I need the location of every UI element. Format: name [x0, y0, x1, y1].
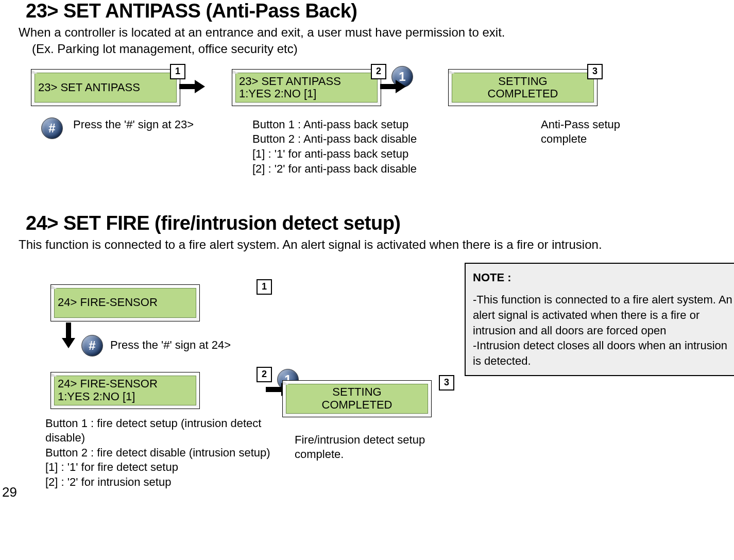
lcd-screen: 24> FIRE-SENSOR 1:YES 2:NO [1] — [54, 376, 196, 405]
s23-step3: SETTING COMPLETED 3 — [448, 69, 598, 106]
lcd-line: SETTING — [498, 75, 547, 88]
note-body: -This function is connected to a fire al… — [473, 292, 734, 368]
s23-step1-caption: Press the '#' sign at 23> — [73, 117, 194, 132]
s24-step3-caption: Fire/intrusion detect setup complete. — [295, 433, 449, 462]
svg-marker-1 — [380, 80, 406, 93]
keypad-hash-icon: # — [41, 117, 63, 139]
lcd-frame: SETTING COMPLETED — [282, 380, 432, 417]
s23-step2-caption: Button 1 : Anti-pass back setup Button 2… — [252, 117, 458, 176]
s23-step3-caption: Anti-Pass setup complete — [541, 117, 654, 176]
lcd-screen: 24> FIRE-SENSOR — [54, 288, 196, 318]
lcd-line: 1:YES 2:NO [1] — [239, 88, 316, 100]
section24-intro: This function is connected to a fire ale… — [19, 236, 724, 253]
s24-step2: 24> FIRE-SENSOR 1:YES 2:NO [1] 2 1 — [50, 372, 267, 409]
keypad-hash-icon: # — [81, 335, 103, 357]
lcd-screen: SETTING COMPLETED — [286, 384, 428, 414]
lcd-line: SETTING — [332, 386, 381, 398]
step-number-badge: 2 — [257, 367, 272, 382]
note-title: NOTE : — [473, 270, 734, 285]
s23-step1: 23> SET ANTIPASS 1 — [31, 69, 180, 106]
s23-step2: 23> SET ANTIPASS 1:YES 2:NO [1] 2 1 — [232, 69, 381, 106]
lcd-line: 23> SET ANTIPASS — [239, 75, 341, 88]
s24-step2-caption: Button 1 : fire detect setup (intrusion … — [45, 416, 277, 490]
arrow-down-icon — [61, 323, 76, 350]
lcd-line: 24> FIRE-SENSOR — [58, 378, 158, 390]
lcd-frame: SETTING COMPLETED — [448, 69, 598, 106]
note-box: NOTE : -This function is connected to a … — [465, 263, 734, 376]
section23-intro-line2: (Ex. Parking lot management, office secu… — [32, 41, 724, 57]
lcd-frame: 23> SET ANTIPASS 1:YES 2:NO [1] — [232, 69, 381, 106]
lcd-line: COMPLETED — [322, 399, 392, 411]
svg-marker-0 — [179, 80, 205, 93]
step-number-badge: 2 — [371, 64, 386, 79]
section23-title: 23> SET ANTIPASS (Anti-Pass Back) — [26, 0, 724, 22]
lcd-frame: 24> FIRE-SENSOR 1:YES 2:NO [1] — [50, 372, 200, 409]
svg-marker-2 — [62, 323, 75, 348]
step-number-badge: 3 — [439, 375, 454, 391]
section23-intro-line1: When a controller is located at an entra… — [19, 24, 724, 41]
lcd-line: COMPLETED — [488, 88, 558, 100]
s24-step3: SETTING COMPLETED 3 — [282, 380, 449, 417]
s24-step1: 24> FIRE-SENSOR 1 — [50, 284, 267, 321]
lcd-frame: 24> FIRE-SENSOR — [50, 284, 200, 321]
step-number-badge: 1 — [170, 64, 185, 79]
lcd-frame: 23> SET ANTIPASS — [31, 69, 180, 106]
lcd-line: 1:YES 2:NO [1] — [58, 391, 135, 403]
s24-step1-caption: Press the '#' sign at 24> — [110, 338, 231, 353]
arrow-right-icon — [179, 79, 205, 96]
arrow-right-icon — [380, 79, 406, 96]
lcd-screen: SETTING COMPLETED — [452, 73, 594, 103]
page-number: 29 — [2, 484, 17, 500]
step-number-badge: 1 — [257, 279, 272, 295]
step-number-badge: 3 — [587, 64, 603, 79]
lcd-screen: 23> SET ANTIPASS — [35, 73, 177, 103]
lcd-screen: 23> SET ANTIPASS 1:YES 2:NO [1] — [235, 73, 378, 103]
section24-title: 24> SET FIRE (fire/intrusion detect setu… — [26, 212, 724, 234]
